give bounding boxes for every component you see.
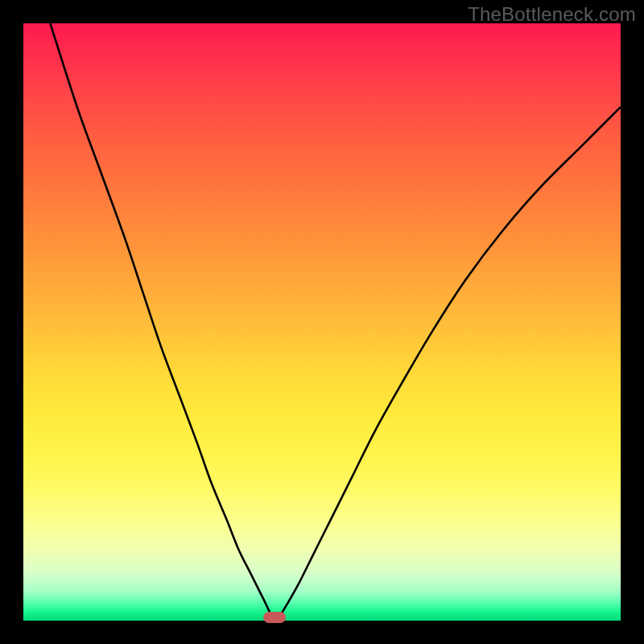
- bottleneck-curve: [23, 23, 621, 621]
- watermark-text: TheBottleneck.com: [468, 3, 636, 26]
- optimal-marker: [263, 612, 286, 623]
- plot-area: [23, 23, 621, 621]
